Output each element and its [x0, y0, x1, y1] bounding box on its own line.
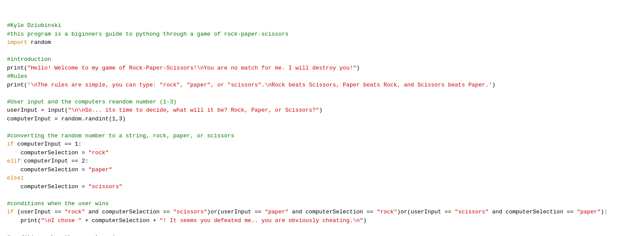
code-line: #conditions when the user wins [7, 199, 637, 208]
code-line: print("Hello! Welcome to my game of Rock… [7, 64, 637, 73]
code-line: #conditions when the computer wins [7, 233, 637, 236]
code-line: if computerInput == 1: [7, 140, 637, 149]
code-line [7, 191, 637, 199]
code-line: userInput = input("\n\nSo... its time to… [7, 106, 637, 115]
code-line: computerSelection = "scissors" [7, 183, 637, 191]
code-line: #introduction [7, 55, 637, 64]
code-line: #this program is a biginners guide to py… [7, 30, 637, 39]
code-editor: #Kyle Dziubinski#this program is a bigin… [7, 4, 637, 236]
code-line [7, 47, 637, 56]
code-line: #User input and the computers reandom nu… [7, 98, 637, 106]
code-line: if (userInput == "rock" and computerSele… [7, 208, 637, 216]
code-line [7, 89, 637, 98]
code-line: computerSelection = "paper" [7, 166, 637, 174]
code-line [7, 123, 637, 132]
code-line: #Rules [7, 72, 637, 81]
code-line [7, 225, 637, 233]
code-line: #converting the random number to a strin… [7, 132, 637, 140]
code-line: #Kyle Dziubinski [7, 21, 637, 30]
code-line: print("\nI chose " + computerSelection +… [7, 216, 637, 225]
code-line: print('\nThe rules are simple, you can t… [7, 81, 637, 90]
code-line: else: [7, 174, 637, 183]
code-line: import random [7, 38, 637, 47]
code-line: computerInput = random.randint(1,3) [7, 115, 637, 123]
code-line: elif computerInput == 2: [7, 157, 637, 166]
code-line: computerSelection = "rock" [7, 149, 637, 157]
